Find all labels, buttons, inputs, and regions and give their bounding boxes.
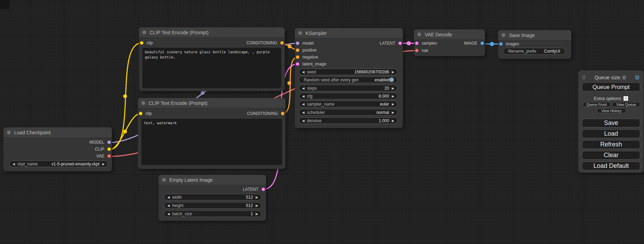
clear-button[interactable]: Clear	[582, 151, 640, 160]
queue-prompt-button[interactable]: Queue Prompt	[582, 82, 640, 91]
conditioning-port-dot[interactable]	[296, 55, 299, 59]
increment-arrow-icon[interactable]: ▶	[392, 87, 394, 90]
collapse-dot-icon[interactable]	[502, 33, 505, 37]
increment-arrow-icon[interactable]: ▶	[392, 70, 394, 74]
drag-handle-icon[interactable]: ⠿	[582, 75, 585, 80]
input-port-vae[interactable]: vae	[415, 47, 428, 54]
widget-seed[interactable]: ◀ seed 156680208700286 ▶	[299, 69, 398, 75]
output-port-clip[interactable]: CLIP	[95, 146, 111, 153]
widget-batch-size[interactable]: ◀ batch_size 1 ▶	[164, 210, 262, 217]
widget-height[interactable]: ◀ height 512 ▶	[164, 202, 262, 209]
wire-dot[interactable]	[407, 41, 411, 45]
collapse-dot-icon[interactable]	[162, 178, 166, 182]
wire-dot[interactable]	[490, 42, 494, 46]
widget-cfg[interactable]: ◀ cfg 8.000 ▶	[299, 93, 398, 99]
collapse-dot-icon[interactable]	[298, 31, 302, 35]
node-empty-latent-image[interactable]: Empty Latent Image LATENT ◀ width 512 ▶ …	[159, 175, 266, 221]
image-port-dot[interactable]	[499, 42, 503, 46]
node-load-checkpoint[interactable]: Load Checkpoint MODEL CLIP VAE ◀ ckpt_na…	[3, 127, 112, 171]
decrement-arrow-icon[interactable]: ◀	[167, 204, 170, 207]
decrement-arrow-icon[interactable]: ◀	[302, 102, 305, 106]
output-port-latent[interactable]: LATENT	[243, 186, 265, 193]
output-port-conditioning[interactable]: CONDITIONING	[247, 110, 284, 117]
widget-denoise[interactable]: ◀ denoise 1.000 ▶	[299, 117, 398, 124]
toggle-dot[interactable]	[389, 78, 394, 82]
conditioning-port-dot[interactable]	[281, 112, 284, 115]
increment-arrow-icon[interactable]: ▶	[392, 102, 394, 106]
decrement-arrow-icon[interactable]: ◀	[302, 111, 305, 114]
latent-port-dot[interactable]	[296, 62, 299, 66]
input-port-samples[interactable]: samples	[415, 40, 437, 47]
output-port-latent[interactable]: LATENT	[380, 40, 402, 47]
latent-port-dot[interactable]	[398, 42, 402, 45]
increment-arrow-icon[interactable]: ▶	[102, 162, 105, 166]
input-port-model[interactable]: model	[296, 40, 314, 47]
view-queue-button[interactable]: View Queue	[612, 102, 640, 107]
model-port-dot[interactable]	[107, 141, 111, 144]
collapse-dot-icon[interactable]	[141, 101, 145, 105]
view-history-button[interactable]: View History	[597, 108, 626, 113]
extra-options-checkbox[interactable]	[624, 96, 628, 101]
node-graph-canvas[interactable]: Load Checkpoint MODEL CLIP VAE ◀ ckpt_na…	[0, 0, 644, 244]
widget-sampler-name[interactable]: ◀ sampler_name euler ▶	[299, 101, 398, 107]
input-port-clip[interactable]: clip	[139, 110, 152, 117]
prompt-text-input[interactable]: beautiful scenery nature glass bottle la…	[142, 48, 281, 88]
latent-port-dot[interactable]	[415, 42, 418, 45]
node-vae-decode[interactable]: VAE Decode samples vae IMAGE	[414, 29, 485, 56]
decrement-arrow-icon[interactable]: ◀	[167, 196, 170, 199]
widget-filename-prefix[interactable]: filename_prefix ComfyUI	[503, 48, 565, 55]
input-port-negative[interactable]: negative	[296, 54, 318, 61]
settings-gear-icon[interactable]: ⚙	[635, 75, 640, 81]
decrement-arrow-icon[interactable]: ◀	[12, 162, 15, 166]
increment-arrow-icon[interactable]: ▶	[256, 196, 258, 199]
increment-arrow-icon[interactable]: ▶	[392, 119, 394, 123]
clip-port-dot[interactable]	[139, 112, 142, 115]
refresh-button[interactable]: Refresh	[582, 140, 640, 149]
decrement-arrow-icon[interactable]: ◀	[302, 87, 305, 90]
queue-front-button[interactable]: Queue Front	[583, 102, 610, 107]
node-clip-text-encode-bottom[interactable]: CLIP Text Encode (Prompt) clip CONDITION…	[138, 98, 285, 169]
increment-arrow-icon[interactable]: ▶	[392, 111, 394, 114]
decrement-arrow-icon[interactable]: ◀	[302, 94, 305, 98]
vae-port-dot[interactable]	[415, 49, 418, 52]
collapse-dot-icon[interactable]	[417, 33, 421, 36]
latent-port-dot[interactable]	[262, 188, 265, 191]
output-port-conditioning[interactable]: CONDITIONING	[246, 39, 284, 46]
model-port-dot[interactable]	[296, 42, 299, 45]
node-ksampler[interactable]: KSampler model positive negative latent_…	[295, 28, 403, 128]
input-port-images[interactable]: images	[499, 40, 519, 47]
widget-random-seed-toggle[interactable]: Random seed after every gen enabled	[299, 76, 398, 83]
prompt-text-input[interactable]: text, watermark	[141, 119, 282, 165]
wire-dot[interactable]	[288, 81, 291, 85]
output-port-model[interactable]: MODEL	[89, 139, 111, 146]
clip-port-dot[interactable]	[107, 147, 111, 151]
wire-dot[interactable]	[288, 45, 292, 48]
image-port-dot[interactable]	[480, 42, 484, 45]
widget-width[interactable]: ◀ width 512 ▶	[164, 194, 262, 200]
wire-dot[interactable]	[201, 91, 205, 95]
node-clip-text-encode-top[interactable]: CLIP Text Encode (Prompt) clip CONDITION…	[139, 27, 285, 91]
decrement-arrow-icon[interactable]: ◀	[302, 70, 305, 74]
input-port-positive[interactable]: positive	[296, 47, 317, 54]
decrement-arrow-icon[interactable]: ◀	[167, 212, 170, 216]
load-button[interactable]: Load	[582, 129, 640, 138]
node-save-image[interactable]: Save Image images filename_prefix ComfyU…	[498, 30, 571, 59]
decrement-arrow-icon[interactable]: ◀	[302, 119, 305, 123]
increment-arrow-icon[interactable]: ▶	[392, 94, 394, 98]
output-port-image[interactable]: IMAGE	[464, 40, 484, 47]
wire-dot[interactable]	[123, 130, 127, 134]
load-default-button[interactable]: Load Default	[582, 162, 640, 170]
increment-arrow-icon[interactable]: ▶	[256, 204, 258, 207]
collapse-dot-icon[interactable]	[142, 30, 146, 34]
save-button[interactable]: Save	[582, 119, 640, 127]
increment-arrow-icon[interactable]: ▶	[256, 212, 258, 216]
input-port-clip[interactable]: clip	[140, 39, 153, 46]
clip-port-dot[interactable]	[140, 41, 143, 45]
wire-dot[interactable]	[123, 94, 127, 98]
collapse-dot-icon[interactable]	[7, 130, 11, 134]
widget-ckpt-name[interactable]: ◀ ckpt_name v1-5-pruned-emaonly.ckpt ▶	[9, 161, 108, 167]
conditioning-port-dot[interactable]	[280, 41, 284, 45]
widget-steps[interactable]: ◀ steps 20 ▶	[299, 85, 398, 91]
input-port-latent-image[interactable]: latent_image	[296, 61, 326, 67]
widget-scheduler[interactable]: ◀ scheduler normal ▶	[299, 109, 398, 116]
